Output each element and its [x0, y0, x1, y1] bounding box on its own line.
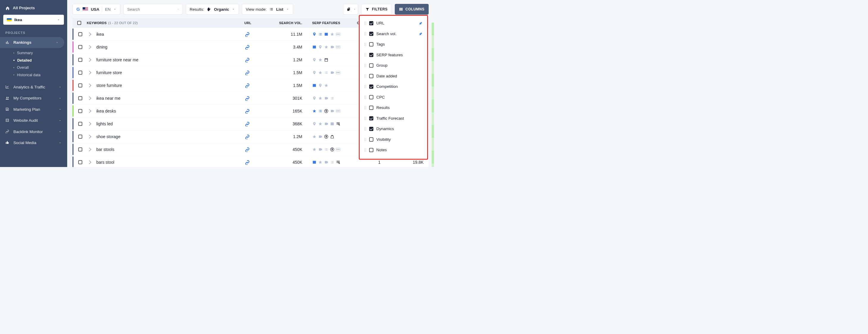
checkbox[interactable]: [369, 32, 373, 36]
column-toggle-cpc[interactable]: CPC: [360, 92, 427, 103]
drag-handle-icon[interactable]: [365, 43, 366, 46]
th-url[interactable]: URL: [240, 21, 267, 25]
column-toggle-results[interactable]: Results: [360, 103, 427, 113]
serp-more-icon[interactable]: •••: [336, 71, 340, 74]
url-link[interactable]: [244, 108, 250, 114]
checkbox[interactable]: [369, 85, 373, 89]
drag-handle-icon[interactable]: [365, 148, 366, 151]
checkbox[interactable]: [369, 148, 373, 152]
checkbox[interactable]: [369, 95, 373, 99]
column-toggle-serp-features[interactable]: SERP features: [360, 50, 427, 60]
row-checkbox[interactable]: [79, 122, 82, 126]
column-toggle-notes[interactable]: Notes: [360, 145, 427, 156]
row-checkbox[interactable]: [79, 147, 82, 151]
row-checkbox[interactable]: [79, 135, 82, 138]
row-checkbox[interactable]: [79, 45, 82, 49]
checkbox[interactable]: [369, 116, 373, 120]
column-toggle-group[interactable]: Group: [360, 60, 427, 71]
submenu-historical[interactable]: Historical data: [0, 71, 67, 79]
drag-handle-icon[interactable]: [365, 22, 366, 25]
expand-icon[interactable]: [87, 32, 91, 36]
project-selector[interactable]: Ikea: [3, 15, 64, 25]
sidebar-item-social[interactable]: Social Media: [0, 137, 67, 148]
row-checkbox[interactable]: [79, 71, 82, 75]
checkbox[interactable]: [369, 21, 373, 25]
expand-icon[interactable]: [87, 135, 91, 138]
serp-more-icon[interactable]: •••: [336, 148, 340, 151]
url-link[interactable]: [244, 31, 250, 37]
drag-handle-icon[interactable]: [365, 53, 366, 56]
expand-icon[interactable]: [87, 96, 91, 100]
url-link[interactable]: [244, 121, 250, 127]
drag-handle-icon[interactable]: [365, 64, 366, 67]
results-selector[interactable]: Results: Organic: [186, 4, 239, 15]
column-toggle-date-added[interactable]: Date added: [360, 71, 427, 82]
column-toggle-visibility[interactable]: Visibility: [360, 134, 427, 145]
checkbox[interactable]: [369, 74, 373, 78]
column-toggle-url[interactable]: URL: [360, 18, 427, 29]
sidebar-item-website-audit[interactable]: Website Audit: [0, 115, 67, 126]
search-engine-selector[interactable]: G USA EN: [72, 4, 120, 15]
submenu-overall[interactable]: Overall: [0, 64, 67, 72]
checkbox[interactable]: [369, 53, 373, 57]
th-keywords[interactable]: KEYWORDS: [87, 21, 107, 25]
row-checkbox[interactable]: [79, 160, 82, 164]
row-checkbox[interactable]: [79, 109, 82, 113]
serp-more-icon[interactable]: •••: [336, 109, 340, 113]
drag-handle-icon[interactable]: [365, 75, 366, 77]
row-checkbox[interactable]: [79, 83, 82, 87]
pushpin-icon[interactable]: [419, 32, 423, 35]
expand-icon[interactable]: [87, 122, 91, 126]
checkbox[interactable]: [369, 127, 373, 131]
row-checkbox[interactable]: [79, 32, 82, 36]
url-link[interactable]: [244, 57, 250, 63]
url-link[interactable]: [244, 44, 250, 50]
select-all-checkbox[interactable]: [72, 21, 86, 25]
serp-more-icon[interactable]: •••: [336, 32, 340, 36]
drag-handle-icon[interactable]: [365, 32, 366, 35]
url-link[interactable]: [244, 69, 250, 76]
column-toggle-dynamics[interactable]: Dynamics: [360, 123, 427, 134]
checkbox[interactable]: [369, 63, 373, 67]
drag-handle-icon[interactable]: [365, 128, 366, 130]
expand-icon[interactable]: [87, 71, 91, 75]
expand-icon[interactable]: [87, 147, 91, 151]
filters-button[interactable]: FILTERS: [361, 4, 392, 15]
drag-handle-icon[interactable]: [365, 117, 366, 120]
url-link[interactable]: [244, 95, 250, 101]
submenu-detailed[interactable]: Detailed: [0, 57, 67, 64]
view-mode-selector[interactable]: View mode: List: [242, 4, 293, 15]
checkbox[interactable]: [369, 106, 373, 110]
submenu-summary[interactable]: Summary: [0, 49, 67, 57]
url-link[interactable]: [244, 82, 250, 88]
checkbox[interactable]: [369, 42, 373, 47]
search-input-wrap[interactable]: [123, 4, 183, 15]
expand-icon[interactable]: [87, 58, 91, 62]
drag-handle-icon[interactable]: [365, 106, 366, 109]
sidebar-item-competitors[interactable]: My Competitors: [0, 92, 67, 104]
column-toggle-search-vol-[interactable]: Search vol.: [360, 29, 427, 39]
th-search-vol[interactable]: SEARCH VOL.: [267, 21, 308, 25]
sidebar-item-backlink[interactable]: Backlink Monitor: [0, 126, 67, 138]
drag-handle-icon[interactable]: [365, 85, 366, 88]
column-toggle-traffic-forecast[interactable]: Traffic Forecast: [360, 113, 427, 124]
drag-handle-icon[interactable]: [365, 95, 366, 99]
expand-icon[interactable]: [87, 109, 91, 113]
copy-button[interactable]: [343, 4, 358, 15]
checkbox[interactable]: [369, 137, 373, 141]
url-link[interactable]: [244, 146, 250, 152]
pushpin-icon[interactable]: [419, 22, 423, 25]
expand-icon[interactable]: [87, 83, 91, 87]
expand-icon[interactable]: [87, 45, 91, 49]
row-checkbox[interactable]: [79, 58, 82, 62]
serp-more-icon[interactable]: •••: [336, 45, 340, 49]
sidebar-item-analytics[interactable]: Analytics & Traffic: [0, 82, 67, 93]
expand-icon[interactable]: [87, 160, 91, 164]
column-toggle-tags[interactable]: Tags: [360, 39, 427, 50]
search-input[interactable]: [127, 7, 178, 11]
th-serp[interactable]: SERP FEATURES: [308, 21, 350, 25]
row-checkbox[interactable]: [79, 96, 82, 100]
sidebar-item-rankings[interactable]: Rankings: [0, 37, 64, 48]
url-link[interactable]: [244, 134, 250, 140]
sidebar-item-marketing-plan[interactable]: Marketing Plan: [0, 104, 67, 115]
